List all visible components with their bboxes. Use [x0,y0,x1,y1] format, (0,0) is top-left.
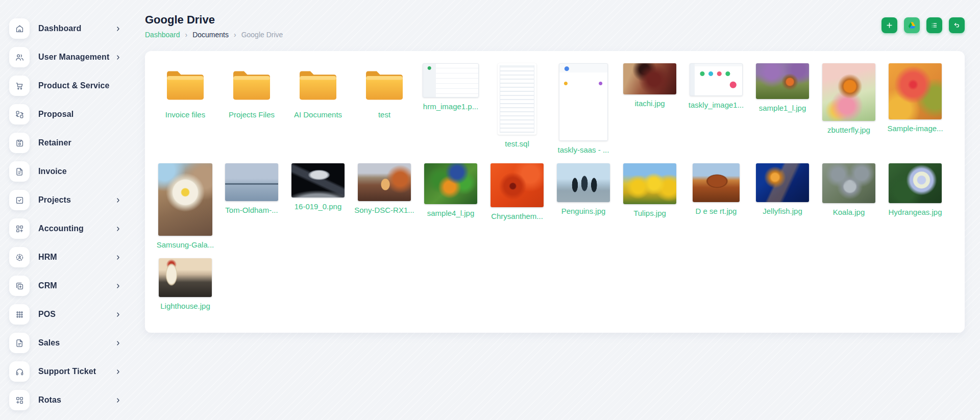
breadcrumb-documents[interactable]: Documents [192,31,229,39]
copy-plus-icon [9,276,30,296]
file-tile[interactable]: Chrysanthem... [484,163,550,220]
sidebar-item-sales[interactable]: Sales [9,329,121,357]
file-tile[interactable]: 16-019_0.png [285,163,351,211]
create-button[interactable] [881,17,897,33]
file-name: Hydrangeas.jpg [888,208,942,216]
folder-name: AI Documents [294,110,342,119]
file-tile[interactable]: hrm_image1.p... [418,63,484,111]
sidebar-item-label: Accounting [38,224,84,233]
sidebar-item-retainer[interactable]: Retainer [9,129,121,157]
folder-tile[interactable]: AI Documents [285,63,351,119]
sidebar-item-label: Invoice [38,167,67,176]
file-tile[interactable]: sample4_l.jpg [418,163,484,217]
file-text-icon [9,161,30,182]
sidebar-item-accounting[interactable]: Accounting [9,214,121,243]
file-tile[interactable]: Jellyfish.jpg [749,163,816,215]
file-tile[interactable]: zbutterfly.jpg [816,63,882,134]
file-name: taskly-saas - ... [558,145,609,154]
undo-icon [953,21,961,29]
home-icon [9,18,30,39]
file-name: zbutterfly.jpg [827,126,870,134]
file-thumbnail [822,163,875,203]
sidebar-item-crm[interactable]: CRM [9,271,121,300]
google-drive-icon [908,21,916,30]
file-name: Tulips.jpg [633,209,666,217]
sidebar-item-label: HRM [38,253,57,262]
file-tile[interactable]: taskly_image1... [683,63,749,109]
sidebar-item-projects[interactable]: Projects [9,186,121,214]
google-drive-button[interactable] [904,17,920,33]
file-tile[interactable]: test.sql [484,63,550,148]
header-actions [881,17,965,33]
sidebar-item-dashboard[interactable]: Dashboard [9,14,121,43]
sidebar-item-proposal[interactable]: Proposal [9,100,121,129]
file-tile[interactable]: Samsung-Gala... [152,163,218,249]
sidebar-item-label: Rotas [38,396,61,405]
folder-tile[interactable]: test [351,63,418,119]
folder-icon [297,67,339,103]
file-tile[interactable]: Sample-image... [882,63,948,133]
file-thumbnail [158,163,212,236]
folder-name: Projects Files [229,110,275,119]
file-thumbnail [498,63,536,135]
file-tile[interactable]: D e se rt.jpg [683,163,749,215]
file-thumbnail [822,63,875,121]
file-thumbnail [423,63,479,97]
sidebar-item-user-management[interactable]: User Management [9,43,121,71]
file-thumbnail [623,163,676,204]
file-tile[interactable]: itachi.jpg [617,63,683,108]
breadcrumb: Dashboard › Documents › Google Drive [145,31,283,39]
file-tile[interactable]: Koala.jpg [816,163,882,216]
file-name: Chrysanthem... [491,212,543,220]
plus-icon [886,21,893,29]
workflow-icon [9,104,30,125]
file-thumbnail [225,163,278,201]
breadcrumb-current: Google Drive [241,31,283,39]
file-tile[interactable]: Tom-Oldham-... [218,163,285,214]
file-name: Sample-image... [887,124,943,133]
file-name: hrm_image1.p... [423,102,478,111]
file-tile[interactable]: Sony-DSC-RX1... [351,163,418,214]
sidebar-item-label: Sales [38,338,60,348]
sidebar-item-support-ticket[interactable]: Support Ticket [9,357,121,386]
sidebar-item-pos[interactable]: POS [9,300,121,329]
main-content: Google Drive Dashboard › Documents › Goo… [132,0,980,333]
file-tile[interactable]: taskly-saas - ... [550,63,617,154]
list-view-button[interactable] [926,17,942,33]
file-tile[interactable]: Tulips.jpg [617,163,683,217]
chevron-right-icon [115,254,121,261]
sidebar-item-product-service[interactable]: Product & Service [9,71,121,100]
page-header: Google Drive Dashboard › Documents › Goo… [145,13,965,39]
sidebar-item-label: Product & Service [38,81,110,90]
file-tile[interactable]: Hydrangeas.jpg [882,163,948,216]
file-thumbnail [559,63,608,141]
folder-tile[interactable]: Projects Files [218,63,285,119]
file-name: Lighthouse.jpg [160,302,210,310]
users-icon [9,47,30,67]
file-tile[interactable]: Lighthouse.jpg [152,258,218,310]
breadcrumb-separator: › [234,31,236,39]
chevron-right-icon [115,397,121,404]
file-icon [9,333,30,353]
chevron-right-icon [115,26,121,32]
file-tile[interactable]: sample1_l.jpg [749,63,816,112]
file-browser-panel: Invoice files Projects Files AI Document… [145,51,965,333]
file-thumbnail [491,163,544,207]
file-thumbnail [756,63,809,99]
scan-user-icon [9,247,30,267]
sidebar-item-invoice[interactable]: Invoice [9,157,121,186]
back-button[interactable] [949,17,965,33]
file-name: D e se rt.jpg [696,207,737,215]
sidebar-item-label: POS [38,310,56,319]
cart-icon [9,76,30,96]
breadcrumb-dashboard[interactable]: Dashboard [145,31,180,39]
sidebar-item-hrm[interactable]: HRM [9,243,121,271]
sidebar-item-rotas[interactable]: Rotas [9,386,121,414]
file-name: taskly_image1... [689,101,744,109]
folder-tile[interactable]: Invoice files [152,63,218,119]
sidebar: Dashboard User Management Product & Serv… [0,0,132,420]
sidebar-item-label: Projects [38,195,71,205]
file-name: Jellyfish.jpg [763,207,802,215]
file-tile[interactable]: Penguins.jpg [550,163,617,215]
check-square-icon [9,190,30,210]
